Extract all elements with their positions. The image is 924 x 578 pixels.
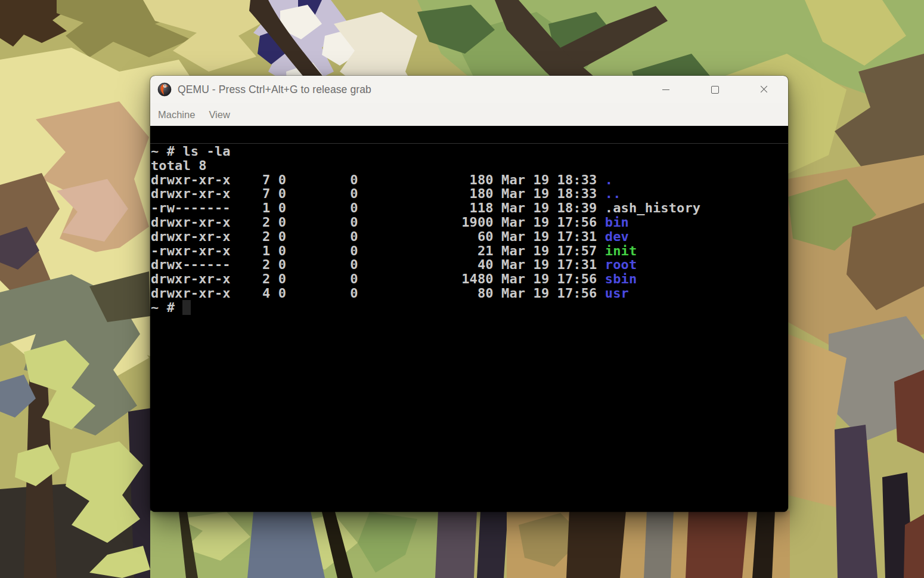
minimize-icon xyxy=(662,89,669,90)
qemu-window: QEMU - Press Ctrl+Alt+G to release grab … xyxy=(150,76,788,512)
terminal-line: drwx------ 2 0 0 40 Mar 19 17:31 root xyxy=(151,258,788,272)
terminal-line: drwxr-xr-x 2 0 0 1480 Mar 19 17:56 sbin xyxy=(151,272,788,286)
close-icon xyxy=(760,86,768,94)
terminal-line: drwxr-xr-x 2 0 0 60 Mar 19 17:31 dev xyxy=(151,230,788,244)
terminal-screen[interactable]: ~ # ls -latotal 8drwxr-xr-x 7 0 0 180 Ma… xyxy=(150,126,788,512)
window-controls xyxy=(641,76,788,103)
terminal-line: total 8 xyxy=(151,159,788,173)
terminal-line: ~ # ls -la xyxy=(151,144,788,159)
terminal-line: ~ # xyxy=(151,301,788,315)
terminal-line: -rwxr-xr-x 1 0 0 21 Mar 19 17:57 init xyxy=(151,244,788,258)
menu-item-view[interactable]: View xyxy=(207,108,231,122)
menu-item-machine[interactable]: Machine xyxy=(157,108,196,122)
terminal-line: drwxr-xr-x 4 0 0 80 Mar 19 17:56 usr xyxy=(151,286,788,301)
terminal-output: ~ # ls -latotal 8drwxr-xr-x 7 0 0 180 Ma… xyxy=(151,144,788,315)
guest-display-edge xyxy=(150,143,788,144)
terminal-line: -rw------- 1 0 0 118 Mar 19 18:39 .ash_h… xyxy=(151,201,788,215)
window-title: QEMU - Press Ctrl+Alt+G to release grab xyxy=(178,84,641,96)
qemu-logo-icon[interactable] xyxy=(157,82,172,97)
minimize-button[interactable] xyxy=(641,76,690,103)
window-titlebar[interactable]: QEMU - Press Ctrl+Alt+G to release grab xyxy=(150,76,788,103)
close-button[interactable] xyxy=(739,76,788,103)
maximize-icon xyxy=(711,86,719,94)
maximize-button[interactable] xyxy=(690,76,739,103)
terminal-line: drwxr-xr-x 7 0 0 180 Mar 19 18:33 .. xyxy=(151,187,788,201)
terminal-line: drwxr-xr-x 7 0 0 180 Mar 19 18:33 . xyxy=(151,173,788,187)
menubar: Machine View xyxy=(150,103,788,126)
terminal-line: drwxr-xr-x 2 0 0 1900 Mar 19 17:56 bin xyxy=(151,215,788,230)
